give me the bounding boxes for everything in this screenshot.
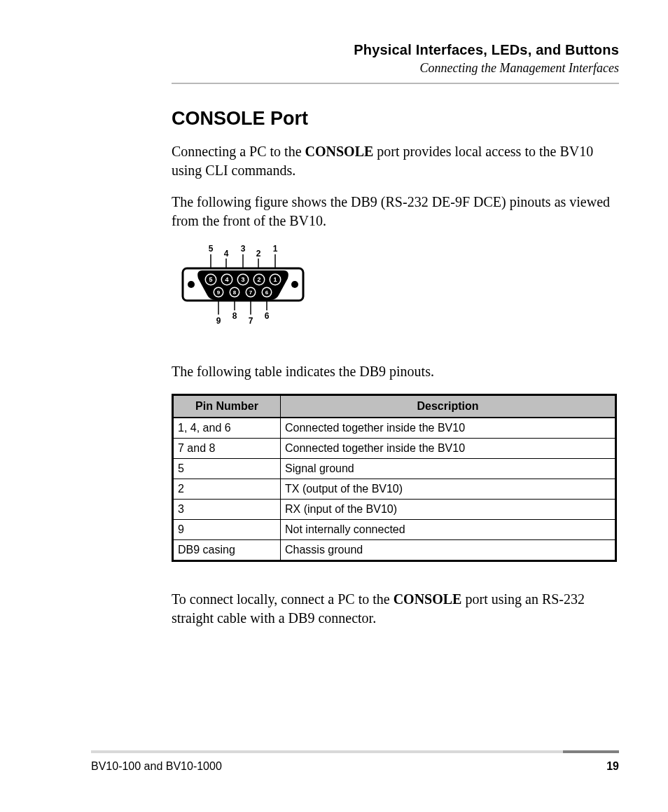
cell-pin: 2 xyxy=(173,479,281,500)
paragraph-2: The following figure shows the DB9 (RS-2… xyxy=(172,193,619,230)
fig-top-label: 3 xyxy=(241,244,246,254)
fig-pin-label: 5 xyxy=(209,276,212,283)
cell-desc: RX (input of the BV10) xyxy=(281,500,616,520)
para4-text-a: To connect locally, connect a PC to the xyxy=(172,591,394,607)
db9-connector-icon: 5 4 3 2 1 xyxy=(179,243,319,341)
fig-pin-label: 9 xyxy=(217,289,221,296)
section-subtitle: Connecting the Management Interfaces xyxy=(172,61,619,76)
cell-desc: Chassis ground xyxy=(281,540,616,561)
fig-bottom-label: 7 xyxy=(249,316,253,326)
cell-desc: Connected together inside the BV10 xyxy=(281,418,616,439)
fig-bottom-label: 6 xyxy=(265,311,270,321)
cell-desc: Signal ground xyxy=(281,459,616,479)
table-row: DB9 casingChassis ground xyxy=(173,540,616,561)
fig-pin-label: 7 xyxy=(249,289,253,296)
page-number: 19 xyxy=(606,760,619,773)
console-keyword: CONSOLE xyxy=(394,591,462,607)
table-row: 2TX (output of the BV10) xyxy=(173,479,616,500)
fig-top-label: 4 xyxy=(224,249,229,259)
footer-rule xyxy=(91,750,619,753)
table-row: 3RX (input of the BV10) xyxy=(173,500,616,520)
cell-desc: Connected together inside the BV10 xyxy=(281,439,616,459)
db9-pinout-table: Pin Number Description 1, 4, and 6Connec… xyxy=(172,394,617,562)
footer-product: BV10-100 and BV10-1000 xyxy=(91,760,222,773)
fig-pin-label: 8 xyxy=(233,289,237,296)
section-heading: CONSOLE Port xyxy=(172,108,619,130)
fig-pin-label: 4 xyxy=(225,276,228,283)
fig-top-label: 2 xyxy=(256,249,261,259)
fig-bottom-label: 9 xyxy=(216,316,221,326)
fig-pin-label: 6 xyxy=(265,289,269,296)
cell-desc: Not internally connected xyxy=(281,520,616,540)
paragraph-3: The following table indicates the DB9 pi… xyxy=(172,362,619,381)
table-row: 1, 4, and 6Connected together inside the… xyxy=(173,418,616,439)
fig-pin-label: 3 xyxy=(241,276,244,283)
fig-pin-label: 2 xyxy=(257,276,260,283)
table-row: 7 and 8Connected together inside the BV1… xyxy=(173,439,616,459)
cell-pin: 3 xyxy=(173,500,281,520)
cell-pin: 1, 4, and 6 xyxy=(173,418,281,439)
table-row: 5Signal ground xyxy=(173,459,616,479)
paragraph-4: To connect locally, connect a PC to the … xyxy=(172,590,619,628)
paragraph-1: Connecting a PC to the CONSOLE port prov… xyxy=(172,142,619,180)
console-keyword: CONSOLE xyxy=(305,144,374,159)
chapter-title: Physical Interfaces, LEDs, and Buttons xyxy=(172,42,619,58)
fig-top-label: 5 xyxy=(209,244,214,254)
table-header-pin: Pin Number xyxy=(173,395,281,418)
page-footer: BV10-100 and BV10-1000 19 xyxy=(91,750,619,773)
cell-pin: DB9 casing xyxy=(173,540,281,561)
table-row: 9Not internally connected xyxy=(173,520,616,540)
para1-text-a: Connecting a PC to the xyxy=(172,144,305,159)
table-header-desc: Description xyxy=(281,395,616,418)
fig-pin-label: 1 xyxy=(273,276,277,283)
header-rule xyxy=(172,83,619,84)
cell-desc: TX (output of the BV10) xyxy=(281,479,616,500)
cell-pin: 5 xyxy=(173,459,281,479)
cell-pin: 9 xyxy=(173,520,281,540)
fig-bottom-label: 8 xyxy=(232,311,237,321)
db9-pinout-figure: 5 4 3 2 1 xyxy=(179,243,619,341)
fig-top-label: 1 xyxy=(273,244,278,254)
main-content: CONSOLE Port Connecting a PC to the CONS… xyxy=(172,108,619,628)
running-header: Physical Interfaces, LEDs, and Buttons C… xyxy=(172,42,619,76)
svg-point-6 xyxy=(188,281,195,288)
cell-pin: 7 and 8 xyxy=(173,439,281,459)
svg-point-7 xyxy=(291,281,298,288)
